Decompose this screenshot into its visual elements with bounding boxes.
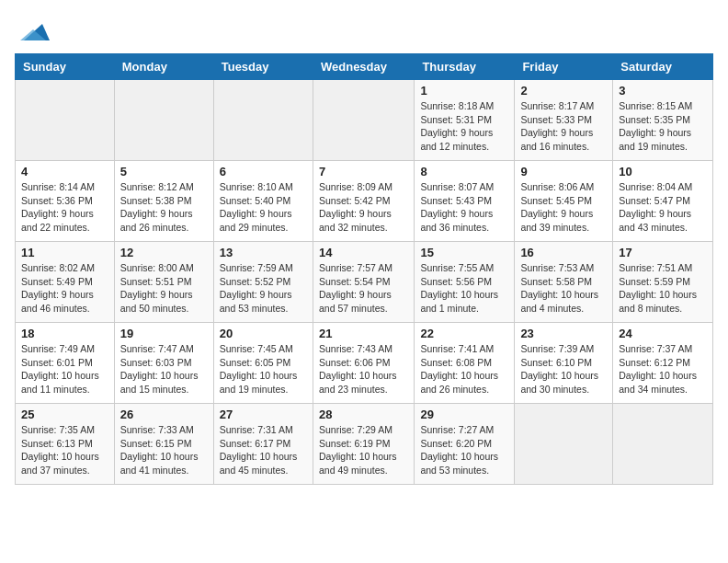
calendar-cell: 1Sunrise: 8:18 AM Sunset: 5:31 PM Daylig… (415, 80, 515, 161)
calendar-cell: 19Sunrise: 7:47 AM Sunset: 6:03 PM Dayli… (114, 323, 213, 404)
day-number: 7 (319, 165, 408, 178)
day-info: Sunrise: 7:53 AM Sunset: 5:58 PM Dayligh… (520, 261, 607, 316)
day-info: Sunrise: 7:47 AM Sunset: 6:03 PM Dayligh… (120, 342, 208, 396)
calendar-cell: 8Sunrise: 8:07 AM Sunset: 5:43 PM Daylig… (415, 161, 515, 242)
calendar-week-3: 11Sunrise: 8:02 AM Sunset: 5:49 PM Dayli… (16, 242, 713, 323)
calendar-cell: 28Sunrise: 7:29 AM Sunset: 6:19 PM Dayli… (313, 404, 414, 485)
day-info: Sunrise: 7:39 AM Sunset: 6:10 PM Dayligh… (520, 342, 607, 396)
weekday-header-sunday: Sunday (16, 54, 115, 80)
calendar-cell: 26Sunrise: 7:33 AM Sunset: 6:15 PM Dayli… (114, 404, 213, 485)
calendar-week-1: 1Sunrise: 8:18 AM Sunset: 5:31 PM Daylig… (16, 80, 713, 161)
day-info: Sunrise: 7:49 AM Sunset: 6:01 PM Dayligh… (21, 342, 108, 396)
calendar-cell: 16Sunrise: 7:53 AM Sunset: 5:58 PM Dayli… (515, 242, 613, 323)
day-info: Sunrise: 7:33 AM Sunset: 6:15 PM Dayligh… (120, 423, 208, 477)
day-number: 28 (319, 408, 408, 421)
day-number: 15 (420, 246, 508, 259)
day-number: 4 (21, 165, 108, 178)
calendar-week-4: 18Sunrise: 7:49 AM Sunset: 6:01 PM Dayli… (16, 323, 713, 404)
day-number: 21 (319, 327, 408, 340)
day-number: 24 (619, 327, 707, 340)
calendar-cell: 10Sunrise: 8:04 AM Sunset: 5:47 PM Dayli… (613, 161, 713, 242)
day-info: Sunrise: 7:29 AM Sunset: 6:19 PM Dayligh… (319, 423, 408, 477)
weekday-header-thursday: Thursday (415, 54, 515, 80)
day-number: 16 (520, 246, 607, 259)
weekday-header-wednesday: Wednesday (313, 54, 414, 80)
day-number: 2 (520, 84, 607, 98)
calendar-week-2: 4Sunrise: 8:14 AM Sunset: 5:36 PM Daylig… (16, 161, 713, 242)
calendar-cell: 23Sunrise: 7:39 AM Sunset: 6:10 PM Dayli… (515, 323, 613, 404)
day-info: Sunrise: 8:06 AM Sunset: 5:45 PM Dayligh… (520, 180, 607, 235)
calendar-cell: 13Sunrise: 7:59 AM Sunset: 5:52 PM Dayli… (213, 242, 313, 323)
calendar-cell: 21Sunrise: 7:43 AM Sunset: 6:06 PM Dayli… (313, 323, 414, 404)
day-info: Sunrise: 7:55 AM Sunset: 5:56 PM Dayligh… (420, 261, 508, 316)
weekday-header-tuesday: Tuesday (213, 54, 313, 80)
day-number: 26 (120, 408, 208, 421)
day-info: Sunrise: 8:17 AM Sunset: 5:33 PM Dayligh… (520, 99, 607, 154)
day-number: 8 (420, 165, 508, 178)
day-info: Sunrise: 7:45 AM Sunset: 6:05 PM Dayligh… (220, 342, 307, 396)
day-info: Sunrise: 8:15 AM Sunset: 5:35 PM Dayligh… (619, 99, 707, 154)
day-info: Sunrise: 8:14 AM Sunset: 5:36 PM Dayligh… (21, 180, 108, 235)
day-info: Sunrise: 7:35 AM Sunset: 6:13 PM Dayligh… (21, 423, 108, 477)
calendar-cell (114, 80, 213, 161)
day-number: 22 (420, 327, 508, 340)
page-header (15, 15, 713, 44)
weekday-header-row: SundayMondayTuesdayWednesdayThursdayFrid… (16, 54, 713, 80)
day-number: 11 (21, 246, 108, 259)
weekday-header-monday: Monday (114, 54, 213, 80)
day-number: 27 (220, 408, 307, 421)
day-info: Sunrise: 8:12 AM Sunset: 5:38 PM Dayligh… (120, 180, 208, 235)
logo (15, 15, 51, 44)
calendar-cell: 27Sunrise: 7:31 AM Sunset: 6:17 PM Dayli… (213, 404, 313, 485)
day-info: Sunrise: 7:51 AM Sunset: 5:59 PM Dayligh… (619, 261, 707, 316)
day-number: 6 (220, 165, 307, 178)
weekday-header-saturday: Saturday (613, 54, 713, 80)
day-info: Sunrise: 8:09 AM Sunset: 5:42 PM Dayligh… (319, 180, 408, 235)
day-number: 5 (120, 165, 208, 178)
calendar-header: SundayMondayTuesdayWednesdayThursdayFrid… (16, 54, 713, 80)
calendar-cell: 17Sunrise: 7:51 AM Sunset: 5:59 PM Dayli… (613, 242, 713, 323)
day-info: Sunrise: 8:02 AM Sunset: 5:49 PM Dayligh… (21, 261, 108, 316)
day-info: Sunrise: 8:04 AM Sunset: 5:47 PM Dayligh… (619, 180, 707, 235)
day-number: 1 (420, 84, 508, 98)
day-number: 17 (619, 246, 707, 259)
calendar-cell: 25Sunrise: 7:35 AM Sunset: 6:13 PM Dayli… (16, 404, 115, 485)
day-number: 19 (120, 327, 208, 340)
day-info: Sunrise: 7:27 AM Sunset: 6:20 PM Dayligh… (420, 423, 508, 477)
calendar-cell: 29Sunrise: 7:27 AM Sunset: 6:20 PM Dayli… (415, 404, 515, 485)
day-number: 25 (21, 408, 108, 421)
day-number: 20 (220, 327, 307, 340)
day-number: 13 (220, 246, 307, 259)
day-info: Sunrise: 7:31 AM Sunset: 6:17 PM Dayligh… (220, 423, 307, 477)
calendar-cell: 9Sunrise: 8:06 AM Sunset: 5:45 PM Daylig… (515, 161, 613, 242)
day-number: 10 (619, 165, 707, 178)
day-number: 3 (619, 84, 707, 98)
day-info: Sunrise: 8:10 AM Sunset: 5:40 PM Dayligh… (220, 180, 307, 235)
day-info: Sunrise: 7:43 AM Sunset: 6:06 PM Dayligh… (319, 342, 408, 396)
calendar-cell: 11Sunrise: 8:02 AM Sunset: 5:49 PM Dayli… (16, 242, 115, 323)
calendar-cell (515, 404, 613, 485)
day-info: Sunrise: 7:57 AM Sunset: 5:54 PM Dayligh… (319, 261, 408, 316)
calendar-cell: 24Sunrise: 7:37 AM Sunset: 6:12 PM Dayli… (613, 323, 713, 404)
day-info: Sunrise: 7:37 AM Sunset: 6:12 PM Dayligh… (619, 342, 707, 396)
calendar-cell: 20Sunrise: 7:45 AM Sunset: 6:05 PM Dayli… (213, 323, 313, 404)
calendar-cell: 18Sunrise: 7:49 AM Sunset: 6:01 PM Dayli… (16, 323, 115, 404)
calendar-cell: 12Sunrise: 8:00 AM Sunset: 5:51 PM Dayli… (114, 242, 213, 323)
day-info: Sunrise: 7:59 AM Sunset: 5:52 PM Dayligh… (220, 261, 307, 316)
day-number: 14 (319, 246, 408, 259)
calendar-cell: 4Sunrise: 8:14 AM Sunset: 5:36 PM Daylig… (16, 161, 115, 242)
calendar-cell: 15Sunrise: 7:55 AM Sunset: 5:56 PM Dayli… (415, 242, 515, 323)
day-number: 29 (420, 408, 508, 421)
calendar-cell (313, 80, 414, 161)
calendar-cell (213, 80, 313, 161)
calendar-cell: 7Sunrise: 8:09 AM Sunset: 5:42 PM Daylig… (313, 161, 414, 242)
calendar-cell: 5Sunrise: 8:12 AM Sunset: 5:38 PM Daylig… (114, 161, 213, 242)
day-number: 12 (120, 246, 208, 259)
calendar-body: 1Sunrise: 8:18 AM Sunset: 5:31 PM Daylig… (16, 80, 713, 485)
weekday-header-friday: Friday (515, 54, 613, 80)
day-info: Sunrise: 8:07 AM Sunset: 5:43 PM Dayligh… (420, 180, 508, 235)
calendar-cell: 14Sunrise: 7:57 AM Sunset: 5:54 PM Dayli… (313, 242, 414, 323)
day-number: 9 (520, 165, 607, 178)
calendar-cell: 2Sunrise: 8:17 AM Sunset: 5:33 PM Daylig… (515, 80, 613, 161)
calendar-cell (613, 404, 713, 485)
